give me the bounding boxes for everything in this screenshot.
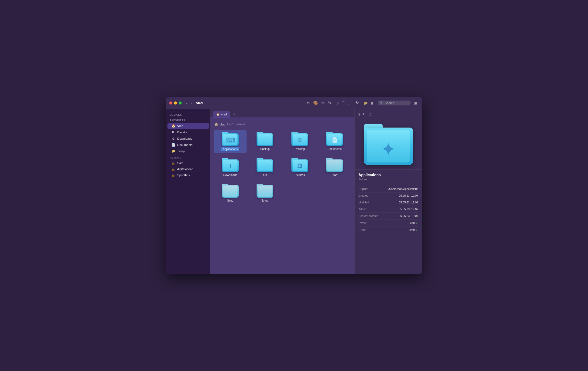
- file-item-backup[interactable]: Backup: [249, 130, 282, 153]
- hide-icon[interactable]: 👁: [355, 101, 359, 105]
- sidebar: Devices Favorites 🏠 Vlad 🖥 Desktop ⊙ Dow…: [166, 109, 210, 274]
- info-val-owner: vlad ✓: [410, 221, 418, 225]
- lock-icon-do: 🔒: [171, 167, 175, 171]
- folder-preview: ✦: [355, 120, 422, 169]
- sync-folder-icon: [222, 184, 239, 198]
- info-val-added: 05.05.23, 19:07: [399, 207, 418, 211]
- file-item-downloads[interactable]: ⬇ Downloads: [214, 156, 247, 179]
- file-grid: ⌨ Applications Backup: [213, 129, 352, 206]
- info-title-section: Applications Folder: [355, 170, 422, 183]
- sidebar-item-downloads[interactable]: ⊙ Downloads: [168, 135, 209, 142]
- downloads-icon: ⊙: [171, 137, 175, 140]
- info-key-group: Group: [358, 228, 366, 232]
- info-row-original: Original /Users/vlad/Applications: [358, 186, 418, 193]
- sidebar-item-sprintbox[interactable]: 🔒 Sprintbox: [168, 172, 209, 178]
- tab-vlad[interactable]: 🏠 vlad: [213, 111, 230, 118]
- file-name-temp: Temp: [262, 199, 268, 202]
- sidebar-item-sam[interactable]: 🔒 Sam: [168, 160, 209, 166]
- owner-check-icon: ✓: [416, 221, 418, 225]
- preview-folder-icon: ✦: [364, 124, 413, 165]
- remote-header: Remote: [166, 154, 210, 160]
- sidebar-item-vlad[interactable]: 🏠 Vlad: [168, 123, 209, 129]
- info-row-added: Added 05.05.23, 19:07: [358, 206, 418, 213]
- sidebar-label-sprintbox: Sprintbox: [177, 173, 190, 177]
- sync-icon[interactable]: ↻: [328, 100, 331, 105]
- info-key-content-created: Content created: [358, 214, 378, 218]
- file-item-pictures[interactable]: 🖼 Pictures: [284, 156, 316, 179]
- info-key-modified: Modified: [358, 201, 369, 204]
- info-subtitle: Folder: [358, 178, 418, 181]
- breadcrumb-home-icon: 🏠: [214, 122, 218, 126]
- info-row-modified: Modified 05.05.23, 19:07: [358, 199, 418, 206]
- delete-icon[interactable]: 🗑: [370, 101, 374, 105]
- search-bar: 🔍: [378, 100, 410, 105]
- info-val-created: 05.05.23, 19:07: [399, 194, 418, 197]
- file-area: 🏠 vlad 1 of 10 selected ⌨: [210, 118, 355, 274]
- apps-symbol: ⌨: [226, 136, 235, 144]
- body: Devices Favorites 🏠 Vlad 🖥 Desktop ⊙ Dow…: [166, 109, 422, 274]
- sidebar-label-temp: Temp: [177, 149, 185, 153]
- downloads-folder-icon: ⬇: [222, 158, 239, 172]
- file-item-temp[interactable]: Temp: [249, 181, 282, 205]
- desktop-symbol: 🖥: [297, 137, 302, 143]
- file-name-pictures: Pictures: [295, 173, 305, 177]
- window-title: vlad: [196, 101, 304, 105]
- sidebar-label-sam: Sam: [177, 161, 184, 165]
- desktop-folder-icon: 🖥: [292, 132, 308, 146]
- back-button[interactable]: ‹: [185, 100, 189, 106]
- close-button[interactable]: [169, 101, 172, 105]
- file-name-applications: Applications: [221, 147, 239, 151]
- nav-buttons: ‹ ›: [185, 100, 193, 106]
- minimize-button[interactable]: [174, 101, 177, 105]
- lock-icon-sam: 🔒: [171, 161, 175, 165]
- toolbar-icons: ✂ 🎨 ☆ ↻ ⊞ ☰ ⊟ 👁: [306, 100, 359, 106]
- sidebar-item-temp[interactable]: 📁 Temp: [168, 148, 209, 154]
- traffic-lights: [169, 101, 182, 105]
- add-tab-button[interactable]: +: [232, 112, 237, 117]
- sidebar-item-documents[interactable]: 📄 Documents: [168, 142, 209, 148]
- search-input[interactable]: [385, 101, 409, 105]
- grid-view-button[interactable]: ⊞: [335, 100, 340, 106]
- list-view-button[interactable]: ☰: [340, 100, 346, 106]
- tab-label: vlad: [221, 113, 227, 116]
- file-item-start[interactable]: Start: [318, 156, 351, 179]
- info-row-owner: Owner vlad ✓: [358, 219, 418, 227]
- file-item-documents[interactable]: 📄 Documents: [318, 130, 351, 153]
- palette-icon[interactable]: 🎨: [313, 100, 318, 105]
- file-name-git: Git: [263, 173, 267, 177]
- documents-icon: 📄: [171, 143, 175, 147]
- new-folder-icon[interactable]: 📁: [364, 101, 368, 105]
- sidebar-label-desktop: Desktop: [177, 131, 189, 134]
- warning-button[interactable]: ⚠: [368, 112, 372, 116]
- sidebar-label-digitalocean: digitalocean: [177, 167, 193, 171]
- info-button[interactable]: ℹ: [358, 112, 360, 116]
- pics-symbol: 🖼: [297, 163, 302, 169]
- cut-icon[interactable]: ✂: [306, 100, 310, 105]
- desktop-icon: 🖥: [171, 130, 175, 134]
- favorites-header: Favorites: [166, 117, 210, 123]
- info-val-content-created: 05.05.23, 19:07: [399, 214, 418, 218]
- refresh-button[interactable]: ↻: [363, 112, 366, 116]
- sidebar-item-digitalocean[interactable]: 🔒 digitalocean: [168, 166, 209, 172]
- sidebar-item-desktop[interactable]: 🖥 Desktop: [168, 129, 209, 135]
- file-item-applications[interactable]: ⌨ Applications: [214, 130, 247, 153]
- file-item-sync[interactable]: Sync: [214, 181, 247, 205]
- tab-bar: 🏠 vlad +: [210, 109, 355, 118]
- dl-symbol: ⬇: [228, 163, 232, 169]
- finder-window: ‹ › vlad ✂ 🎨 ☆ ↻ ⊞ ☰ ⊟ 👁 📁 🗑 🔍 ▣ Devices: [166, 97, 422, 274]
- info-rows: Original /Users/vlad/Applications Create…: [355, 183, 422, 236]
- maximize-button[interactable]: [179, 101, 182, 105]
- sidebar-toggle-button[interactable]: ▣: [413, 100, 419, 106]
- info-val-group: staff ✓: [410, 228, 418, 232]
- column-view-button[interactable]: ⊟: [346, 100, 352, 106]
- star-icon[interactable]: ☆: [321, 100, 325, 105]
- devices-header: Devices: [166, 111, 210, 117]
- temp-folder-icon: [257, 184, 273, 198]
- sidebar-label-downloads: Downloads: [177, 137, 192, 140]
- breadcrumb-label: vlad: [220, 123, 225, 126]
- file-name-documents: Documents: [327, 147, 342, 151]
- info-row-group: Group staff ✓: [358, 227, 418, 233]
- file-item-desktop[interactable]: 🖥 Desktop: [284, 130, 316, 153]
- file-item-git[interactable]: Git: [249, 156, 282, 179]
- forward-button[interactable]: ›: [189, 100, 193, 106]
